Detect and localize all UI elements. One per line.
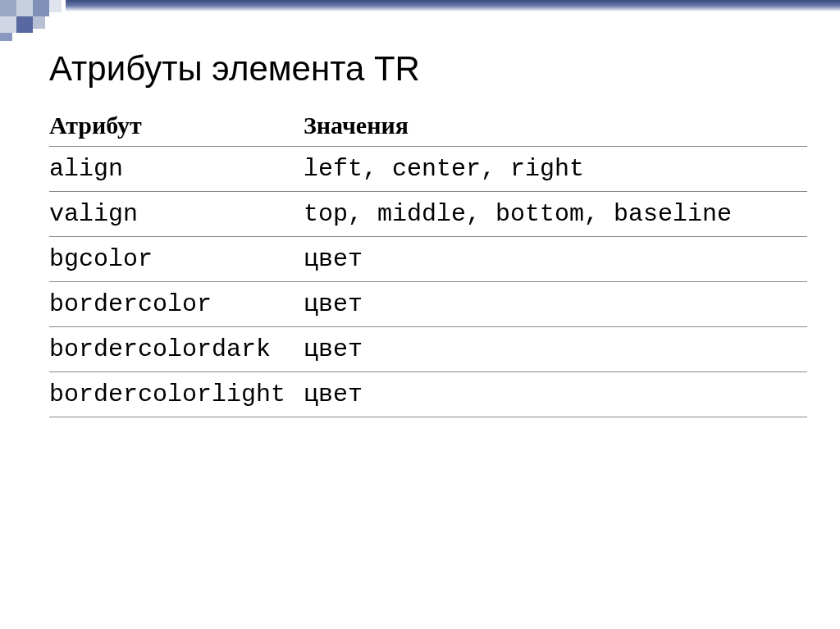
- cell-val: цвет: [304, 282, 807, 327]
- table-row: bordercolorlight цвет: [49, 372, 807, 417]
- cell-attr: valign: [49, 192, 304, 237]
- cell-attr: bordercolor: [49, 282, 304, 327]
- cell-attr: bordercolorlight: [49, 372, 304, 417]
- header-attribute: Атрибут: [49, 105, 304, 147]
- cell-val: цвет: [304, 237, 807, 282]
- header-values: Значения: [304, 105, 807, 147]
- attributes-table: Атрибут Значения align left, center, rig…: [49, 105, 807, 417]
- cell-attr: bordercolordark: [49, 327, 304, 372]
- top-gradient-bar: [66, 0, 840, 11]
- cell-attr: bgcolor: [49, 237, 304, 282]
- table-row: valign top, middle, bottom, baseline: [49, 192, 807, 237]
- cell-val: цвет: [304, 327, 807, 372]
- table-row: bordercolordark цвет: [49, 327, 807, 372]
- cell-val: left, center, right: [304, 147, 807, 192]
- slide-content: Атрибуты элемента TR Атрибут Значения al…: [49, 49, 807, 417]
- cell-attr: align: [49, 147, 304, 192]
- corner-decoration: [0, 0, 66, 41]
- cell-val: top, middle, bottom, baseline: [304, 192, 807, 237]
- table-row: bordercolor цвет: [49, 282, 807, 327]
- table-row: align left, center, right: [49, 147, 807, 192]
- cell-val: цвет: [304, 372, 807, 417]
- table-row: bgcolor цвет: [49, 237, 807, 282]
- page-title: Атрибуты элемента TR: [49, 49, 807, 89]
- table-header-row: Атрибут Значения: [49, 105, 807, 147]
